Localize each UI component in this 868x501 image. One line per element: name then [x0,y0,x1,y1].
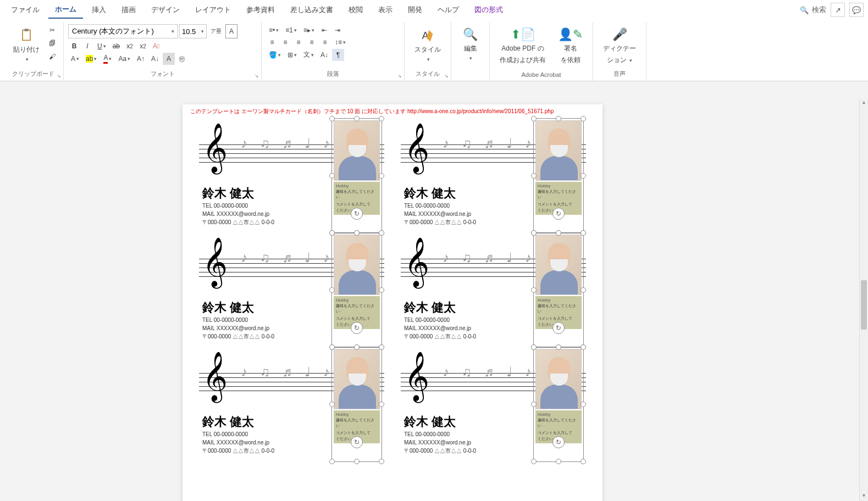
share-icon: ↗ [835,6,841,14]
rotate-handle-icon[interactable]: ↻ [351,322,363,334]
tab-developer[interactable]: 開発 [401,2,429,18]
dialog-launcher-icon[interactable]: ↘ [57,73,61,79]
tab-insert[interactable]: 挿入 [85,2,113,18]
document-canvas[interactable]: このテンプレートは エーワン製マルチカード（名刺）フチまで 10 面 に対応して… [0,99,868,501]
music-notes-icon: ♪ ♫ ♬ ♩ ♪ [241,250,334,265]
tab-design[interactable]: デザイン [145,2,186,18]
text-effects-button[interactable]: A▾ [68,53,82,65]
selection-frame[interactable]: ↻ [331,232,382,348]
search-icon: 🔍 [800,6,809,14]
shading-button[interactable]: 🪣▾ [266,49,284,61]
selection-frame[interactable]: ↻ [533,347,584,462]
phonetic-guide-button[interactable]: ア亜 [208,24,224,38]
chevron-down-icon: ▾ [26,57,29,62]
comments-button[interactable]: 💬 [849,3,864,17]
search-box[interactable]: 🔍 検索 [800,5,826,15]
superscript-button[interactable]: x2 [137,40,149,52]
strikethrough-button[interactable]: ab [110,40,123,52]
borders-button[interactable]: ⊞▾ [285,49,300,61]
align-right-button[interactable]: ≡ [292,36,305,48]
rotate-handle-icon[interactable]: ↻ [351,436,363,448]
rotate-handle-icon[interactable]: ↻ [552,208,565,220]
card-name: 鈴木 健太 [202,299,254,316]
enclose-characters-button[interactable]: ㊕ [176,53,188,65]
business-card: 𝄞 ♪ ♫ ♬ ♩ ♪ 鈴木 健太 TEL 00-0000-0000MAIL X… [401,120,586,234]
tab-draw[interactable]: 描画 [115,2,142,18]
request-signature-button[interactable]: 👤✎ 署名 を依頼 [552,24,588,68]
align-center-button[interactable]: ≡ [279,36,291,48]
underline-button[interactable]: U▾ [95,40,109,52]
treble-clef-icon: 𝄞 [202,126,228,169]
share-button[interactable]: ↗ [831,3,845,17]
create-pdf-button[interactable]: ⬆📄 Adobe PDF の 作成および共有 [494,24,551,68]
scroll-up-icon[interactable]: ▴ [860,99,868,108]
sort-button[interactable]: A↓ [318,49,331,61]
chevron-down-icon: ▾ [427,57,430,62]
vertical-scrollbar[interactable]: ▴ ▾ [859,99,868,501]
tab-picture-format[interactable]: 図の形式 [468,2,510,18]
decrease-indent-button[interactable]: ⇤ [318,24,330,36]
align-left-button[interactable]: ≡ [266,36,278,48]
dialog-launcher-icon[interactable]: ↘ [397,73,402,79]
rotate-handle-icon[interactable]: ↻ [552,436,565,448]
paste-button[interactable]: 貼り付け ▾ [8,24,45,65]
selection-frame[interactable]: ↻ [331,118,382,233]
copy-button[interactable]: 🗐 [46,37,58,49]
microphone-icon: 🎤 [612,27,627,42]
asian-layout-button[interactable]: 文▾ [301,48,317,61]
italic-button[interactable]: I [81,40,93,52]
format-painter-button[interactable]: 🖌 [46,51,58,63]
styles-icon: A [420,27,435,43]
tab-references[interactable]: 参考資料 [240,2,281,18]
dictate-button[interactable]: 🎤 ディクテー ション ▾ [598,24,642,68]
subscript-button[interactable]: x2 [124,40,136,52]
scrollbar-thumb[interactable] [861,280,867,330]
font-color-button[interactable]: A▾ [101,52,114,65]
tab-help[interactable]: ヘルプ [431,2,466,18]
tab-review[interactable]: 校閲 [342,2,369,18]
music-notes-icon: ♪ ♫ ♬ ♩ ♪ [443,364,536,380]
selection-frame[interactable]: ↻ [331,347,382,462]
change-case-button[interactable]: Aa▾ [115,53,133,65]
tab-file[interactable]: ファイル [4,2,46,18]
rotate-handle-icon[interactable]: ↻ [351,208,363,220]
selection-frame[interactable]: ↻ [533,232,584,348]
character-border-button[interactable]: A [225,24,237,38]
signature-icon: 👤✎ [558,27,583,42]
font-name-combo[interactable]: Century (本文のフォント) ▾ [68,24,178,38]
chevron-down-icon: ▾ [469,55,472,61]
grow-font-button[interactable]: A↑ [134,53,147,65]
selection-frame[interactable]: ↻ [533,118,584,233]
tab-view[interactable]: 表示 [372,2,399,18]
show-marks-button[interactable]: ¶ [332,49,344,61]
dialog-launcher-icon[interactable]: ↘ [444,73,449,79]
shrink-font-button[interactable]: A↓ [148,53,162,65]
distributed-button[interactable]: ≡ [319,36,331,48]
tab-home[interactable]: ホーム [48,1,83,19]
bullets-button[interactable]: ≡•▾ [266,24,281,36]
line-spacing-button[interactable]: ↕≡▾ [332,36,349,48]
music-notes-icon: ♪ ♫ ♬ ♩ ♪ [443,136,536,151]
card-contact: TEL 00-0000-0000MAIL XXXXXX@word.ne.jp〒0… [404,202,476,226]
treble-clef-icon: 𝄞 [404,240,429,283]
search-label: 検索 [812,5,826,15]
tab-layout[interactable]: レイアウト [189,2,237,18]
highlight-button[interactable]: ab▾ [83,53,99,65]
card-contact: TEL 00-0000-0000MAIL XXXXXX@word.ne.jp〒0… [202,316,274,341]
character-shading-button[interactable]: A [163,53,175,65]
increase-indent-button[interactable]: ⇥ [331,24,344,36]
cut-button[interactable]: ✂ [46,24,58,36]
clear-formatting-button[interactable]: A⃠ [150,40,162,52]
dialog-launcher-icon[interactable]: ↘ [255,73,259,79]
editing-button[interactable]: 🔍 編集 ▾ [456,24,485,64]
justify-button[interactable]: ≡ [306,36,318,48]
scroll-down-icon[interactable]: ▾ [860,492,868,501]
bold-button[interactable]: B [68,40,80,52]
tab-mailings[interactable]: 差し込み文書 [284,2,340,18]
svg-rect-1 [25,29,29,31]
rotate-handle-icon[interactable]: ↻ [552,322,565,334]
numbering-button[interactable]: ≡1▾ [283,24,300,36]
multilevel-list-button[interactable]: ≡▸▾ [301,24,317,36]
styles-button[interactable]: A スタイル ▾ [409,24,446,65]
font-size-combo[interactable]: 10.5 ▾ [179,24,207,38]
